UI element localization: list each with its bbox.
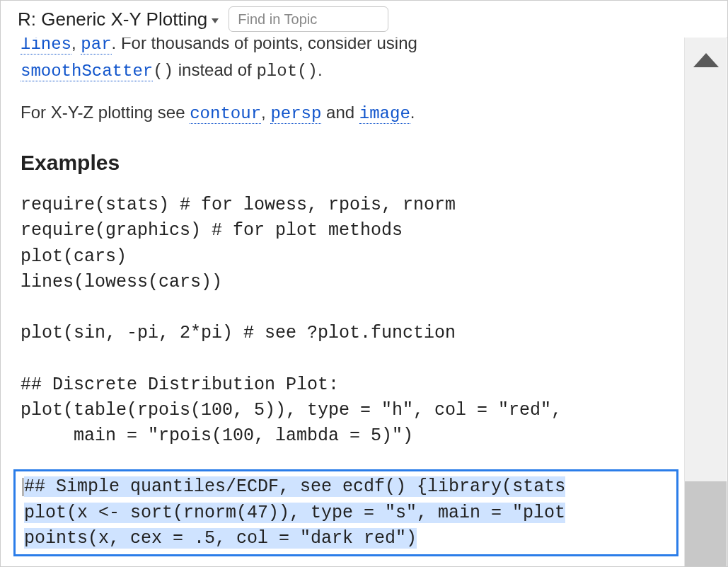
link-par[interactable]: par (81, 38, 111, 55)
topic-title-dropdown[interactable]: R: Generic X-Y Plotting (18, 8, 219, 30)
text: . (318, 60, 323, 79)
sel-line-2: plot(x <- sort(rnorm(47)), type = "s", m… (24, 503, 565, 523)
link-image[interactable]: image (359, 104, 410, 124)
content-wrap: lines, par. For thousands of points, con… (1, 38, 727, 566)
selected-code[interactable]: ## Simple quantiles/ECDF, see ecdf() {li… (24, 474, 672, 551)
text: () (153, 62, 173, 81)
xyz-line: For X-Y-Z plotting see contour, persp an… (21, 100, 664, 127)
vertical-scrollbar[interactable] (684, 38, 727, 566)
sel-line-3: points(x, cex = .5, col = "dark red") (24, 528, 417, 549)
truncated-line: lines, par. For thousands of points, con… (21, 38, 664, 57)
help-pane: R: Generic X-Y Plotting lines, par. For … (0, 0, 728, 567)
selection-box[interactable]: ## Simple quantiles/ECDF, see ecdf() {li… (13, 469, 678, 556)
text: For X-Y-Z plotting see (21, 103, 190, 122)
text: and (321, 103, 359, 122)
text: instead of (173, 60, 256, 79)
scroll-up-icon[interactable] (693, 53, 719, 67)
search-input[interactable] (229, 6, 388, 32)
text: , (261, 103, 270, 122)
help-content: lines, par. For thousands of points, con… (1, 38, 684, 566)
link-contour[interactable]: contour (190, 104, 261, 124)
caret-down-icon (212, 18, 219, 23)
code-examples[interactable]: require(stats) # for lowess, rpois, rnor… (21, 193, 664, 449)
text: . For thousands of points, consider usin… (112, 38, 417, 52)
line-smoothscatter: smoothScatter() instead of plot(). (21, 57, 664, 84)
topic-title: R: Generic X-Y Plotting (18, 8, 207, 30)
text: . (410, 103, 415, 122)
scroll-thumb[interactable] (685, 481, 727, 566)
text: plot (256, 62, 297, 81)
help-header: R: Generic X-Y Plotting (1, 1, 727, 38)
sel-line-1a: # (24, 476, 35, 497)
text: () (297, 62, 318, 81)
link-smoothscatter[interactable]: smoothScatter (21, 62, 153, 81)
text: , (71, 38, 81, 52)
link-persp[interactable]: persp (270, 104, 321, 124)
link-lines[interactable]: lines (21, 38, 71, 55)
heading-examples: Examples (21, 147, 664, 178)
sel-line-1b: # Simple quantiles/ECDF, see ecdf() {lib… (35, 476, 565, 497)
